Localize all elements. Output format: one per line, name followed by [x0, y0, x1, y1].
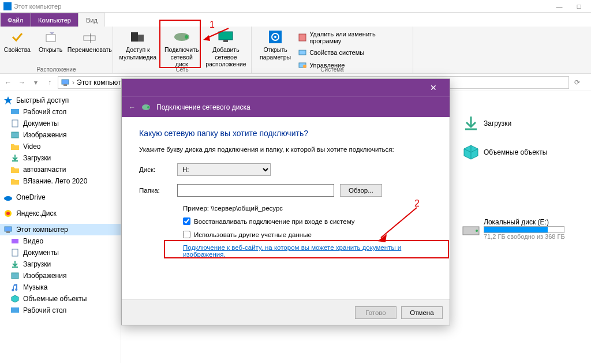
nav-back-button[interactable]: ← [2, 77, 14, 88]
nav-onedrive[interactable]: OneDrive [0, 192, 121, 203]
pc-icon [61, 78, 70, 87]
documents-icon [10, 119, 20, 128]
nav-chevron-down-icon[interactable]: ▾ [30, 77, 42, 88]
settings-label: Открыть параметры [260, 46, 291, 61]
nav-objects3d[interactable]: Объемные объекты [0, 293, 121, 305]
svg-rect-4 [138, 35, 144, 42]
svg-rect-19 [63, 84, 67, 86]
open-label: Открыть [39, 46, 62, 54]
desktop-icon [10, 107, 20, 117]
pictures-icon [10, 130, 20, 140]
nav-documents2[interactable]: Документы [0, 247, 121, 258]
svg-line-39 [381, 208, 417, 238]
nav-pictures2[interactable]: Изображения [0, 270, 121, 282]
system-properties-button[interactable]: Свойства системы [296, 47, 408, 58]
map-network-drive-button[interactable]: Подключить сетевой диск [161, 28, 202, 72]
rename-icon [80, 29, 99, 45]
item-local-disk-e[interactable]: Локальный диск (E:) 71,2 ГБ свободно из … [462, 218, 589, 240]
nav-quick-access[interactable]: Быстрый доступ [0, 95, 121, 106]
nav-music[interactable]: Музыка [0, 282, 121, 293]
nav-knitting[interactable]: ВЯзание. Лето 2020 [0, 175, 121, 187]
open-icon [42, 29, 60, 45]
browse-button[interactable]: Обзор... [340, 184, 382, 197]
svg-point-26 [6, 212, 10, 215]
ribbon: Свойства Открыть Переименовать Расположе… [0, 27, 591, 74]
map-drive-label: Подключить сетевой диск [164, 46, 199, 68]
other-creds-checkbox[interactable] [183, 231, 190, 238]
folder-icon [10, 142, 20, 151]
folder-icon [10, 165, 20, 174]
annotation-number-2: 2 [414, 198, 420, 209]
yadisk-icon [3, 209, 13, 218]
open-settings-button[interactable]: Открыть параметры [256, 28, 294, 72]
folder-label: Папка: [139, 187, 171, 194]
tab-computer[interactable]: Компьютер [31, 13, 78, 27]
nav-documents[interactable]: Документы [0, 118, 121, 129]
open-button[interactable]: Открыть [35, 28, 66, 72]
nav-pictures[interactable]: Изображения [0, 129, 121, 141]
group-location-label: Расположение [0, 66, 113, 73]
rename-button[interactable]: Переименовать [67, 28, 112, 72]
nav-autopart[interactable]: автозапчасти [0, 164, 121, 175]
svg-point-6 [185, 35, 188, 39]
group-system-label: Система [252, 66, 413, 73]
media-label: Доступ к мультимедиа [119, 46, 156, 61]
maximize-button[interactable]: □ [570, 3, 588, 10]
nav-downloads[interactable]: Загрузки [0, 152, 121, 164]
downloads-icon [10, 153, 20, 163]
svg-rect-1 [84, 36, 95, 40]
media-icon [129, 29, 147, 45]
cancel-button[interactable]: Отмена [401, 306, 443, 319]
nav-video[interactable]: Video [0, 141, 121, 152]
app-icon [3, 2, 12, 10]
nav-desktop[interactable]: Рабочий стол [0, 106, 121, 118]
video-icon [10, 237, 20, 246]
svg-point-38 [147, 106, 149, 108]
reconnect-label: Восстанавливать подключение при входе в … [194, 218, 354, 225]
tab-view[interactable]: Вид [78, 13, 105, 27]
nav-yadisk[interactable]: Яндекс.Диск [0, 208, 121, 219]
nav-this-pc[interactable]: Этот компьютер [0, 224, 121, 235]
annotation-arrow-1 [202, 26, 231, 43]
minimize-button[interactable]: — [551, 3, 568, 10]
properties-label: Свойства [4, 46, 31, 54]
item-3d-objects[interactable]: Объемные объекты [462, 143, 577, 162]
drive-select[interactable]: H: [177, 163, 271, 176]
cube-icon [462, 143, 480, 162]
dialog-instructions: Укажите букву диска для подключения и па… [139, 146, 432, 153]
window-title: Этот компьютер [14, 3, 61, 10]
drive-label: Диск: [139, 166, 171, 173]
gear-icon [266, 29, 285, 45]
reconnect-checkbox[interactable] [183, 217, 190, 225]
web-storage-link[interactable]: Подключение к веб-сайту, на котором вы м… [183, 244, 432, 258]
svg-rect-18 [62, 80, 69, 84]
svg-point-24 [4, 196, 12, 201]
rename-label: Переименовать [68, 46, 112, 54]
downloads-icon [462, 114, 480, 133]
item-downloads[interactable]: Загрузки [462, 114, 577, 133]
properties-button[interactable]: Свойства [1, 28, 34, 72]
media-access-button[interactable]: Доступ к мультимедиа [116, 28, 160, 72]
refresh-button[interactable]: ⟳ [571, 77, 583, 88]
tab-file[interactable]: Файл [0, 13, 31, 27]
nav-downloads2[interactable]: Загрузки [0, 258, 121, 270]
nav-desktop2[interactable]: Рабочий стол [0, 305, 121, 316]
uninstall-button[interactable]: Удалить или изменить программу [296, 29, 408, 46]
close-button[interactable]: ✕ [422, 80, 445, 96]
svg-rect-13 [299, 50, 306, 55]
folder-input[interactable] [177, 184, 334, 197]
nav-video2[interactable]: Видео [0, 235, 121, 247]
uninstall-label: Удалить или изменить программу [309, 31, 406, 44]
network-drive-icon [173, 29, 191, 45]
back-icon[interactable]: ← [129, 103, 136, 111]
dialog-heading: Какую сетевую папку вы хотите подключить… [139, 129, 432, 138]
nav-up-button[interactable]: ↑ [44, 77, 55, 88]
add-location-label: Добавить сетевое расположение [205, 46, 246, 68]
pictures-icon [10, 271, 20, 280]
nav-forward-button[interactable]: → [16, 77, 28, 88]
ribbon-tabs: Файл Компьютер Вид [0, 13, 591, 27]
svg-marker-40 [377, 234, 387, 242]
svg-rect-0 [46, 35, 55, 42]
finish-button[interactable]: Готово [355, 306, 397, 319]
dialog-titlebar: ✕ [122, 79, 450, 96]
